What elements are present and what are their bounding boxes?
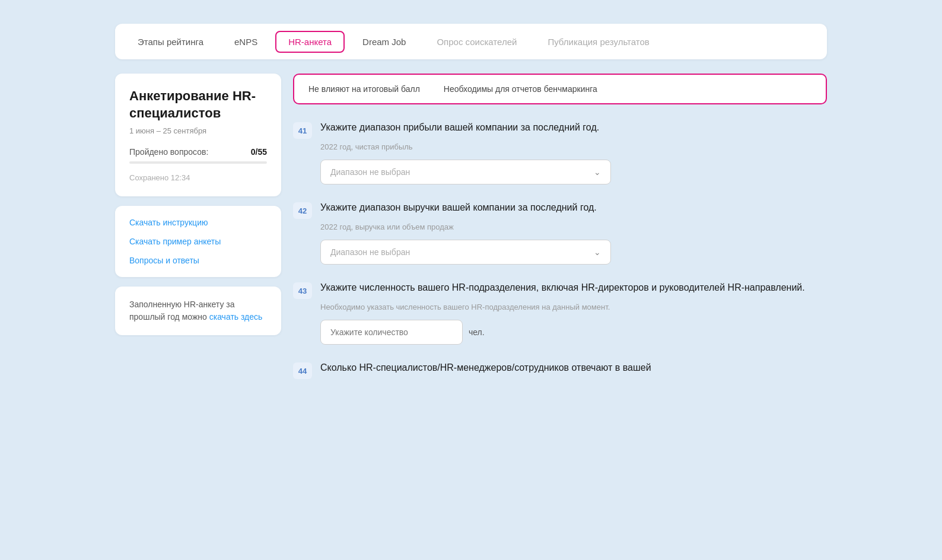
tab-opros: Опрос соискателей bbox=[424, 31, 530, 53]
question-text-42: Укажите диапазон выручки вашей компании … bbox=[320, 201, 597, 214]
sidebar-title: Анкетирование HR-специалистов bbox=[129, 88, 267, 122]
question-block-41: 41 Укажите диапазон прибыли вашей компан… bbox=[293, 121, 827, 184]
tab-dream-job[interactable]: Dream Job bbox=[349, 31, 419, 53]
link-download-example[interactable]: Скачать пример анкеты bbox=[129, 237, 267, 246]
progress-text: Пройдено вопросов: bbox=[129, 147, 208, 157]
banner-item-1: Не влияют на итоговый балл bbox=[308, 84, 420, 94]
sidebar: Анкетирование HR-специалистов 1 июня – 2… bbox=[115, 74, 281, 335]
tabs-navigation: Этапы рейтингаeNPSHR-анкетаDream JobОпро… bbox=[115, 24, 827, 59]
unit-label-43: чел. bbox=[469, 327, 485, 337]
question-subtitle-42: 2022 год, выручка или объем продаж bbox=[320, 222, 827, 231]
question-number-43: 43 bbox=[293, 282, 312, 299]
chevron-down-icon-42: ⌄ bbox=[594, 247, 601, 257]
quantity-input-43[interactable] bbox=[320, 320, 463, 345]
sidebar-note-link[interactable]: скачать здесь bbox=[209, 312, 263, 322]
question-text-41: Укажите диапазон прибыли вашей компании … bbox=[320, 121, 599, 134]
info-banner: Не влияют на итоговый балл Необходимы дл… bbox=[293, 74, 827, 104]
tab-etapy[interactable]: Этапы рейтинга bbox=[125, 31, 217, 53]
question-header-41: 41 Укажите диапазон прибыли вашей компан… bbox=[293, 121, 827, 139]
question-header-44: 44 Сколько HR-специалистов/HR-менеджеров… bbox=[293, 361, 827, 379]
question-number-41: 41 bbox=[293, 122, 312, 139]
question-block-44: 44 Сколько HR-специалистов/HR-менеджеров… bbox=[293, 361, 827, 383]
question-header-42: 42 Укажите диапазон выручки вашей компан… bbox=[293, 201, 827, 219]
questions-list: 41 Укажите диапазон прибыли вашей компан… bbox=[293, 121, 827, 383]
content-area: Не влияют на итоговый балл Необходимы дл… bbox=[293, 74, 827, 383]
question-number-42: 42 bbox=[293, 202, 312, 219]
link-download-instruction[interactable]: Скачать инструкцию bbox=[129, 218, 267, 227]
sidebar-info-card: Анкетирование HR-специалистов 1 июня – 2… bbox=[115, 74, 281, 196]
text-input-row-43: чел. bbox=[320, 320, 827, 345]
question-subtitle-43: Необходимо указать численность вашего HR… bbox=[320, 303, 827, 311]
dropdown-42[interactable]: Диапазон не выбран ⌄ bbox=[320, 240, 611, 265]
progress-label-row: Пройдено вопросов: 0/55 bbox=[129, 147, 267, 157]
question-text-44: Сколько HR-специалистов/HR-менеджеров/со… bbox=[320, 361, 651, 374]
banner-item-2: Необходимы для отчетов бенчмаркинга bbox=[444, 84, 597, 94]
progress-bar-track bbox=[129, 161, 267, 164]
tab-hr-anketa[interactable]: HR-анкета bbox=[275, 31, 345, 53]
link-faq[interactable]: Вопросы и ответы bbox=[129, 256, 267, 265]
question-subtitle-41: 2022 год, чистая прибыль bbox=[320, 142, 827, 151]
chevron-down-icon-41: ⌄ bbox=[594, 167, 601, 177]
tab-enps[interactable]: eNPS bbox=[221, 31, 270, 53]
saved-label: Сохранено 12:34 bbox=[129, 173, 267, 182]
sidebar-note-card: Заполненную HR-анкету за прошлый год мож… bbox=[115, 287, 281, 335]
question-block-42: 42 Укажите диапазон выручки вашей компан… bbox=[293, 201, 827, 265]
question-header-43: 43 Укажите численность вашего HR-подразд… bbox=[293, 281, 827, 299]
tab-publikaciya: Публикация результатов bbox=[534, 31, 662, 53]
dropdown-41[interactable]: Диапазон не выбран ⌄ bbox=[320, 160, 611, 184]
sidebar-links-card: Скачать инструкцию Скачать пример анкеты… bbox=[115, 206, 281, 277]
main-layout: Анкетирование HR-специалистов 1 июня – 2… bbox=[115, 74, 827, 383]
question-number-44: 44 bbox=[293, 362, 312, 379]
dropdown-placeholder-42: Диапазон не выбран bbox=[330, 247, 410, 257]
question-block-43: 43 Укажите численность вашего HR-подразд… bbox=[293, 281, 827, 345]
dropdown-placeholder-41: Диапазон не выбран bbox=[330, 167, 410, 177]
sidebar-date: 1 июня – 25 сентября bbox=[129, 126, 267, 135]
question-text-43: Укажите численность вашего HR-подразделе… bbox=[320, 281, 805, 294]
progress-value: 0/55 bbox=[251, 147, 267, 157]
